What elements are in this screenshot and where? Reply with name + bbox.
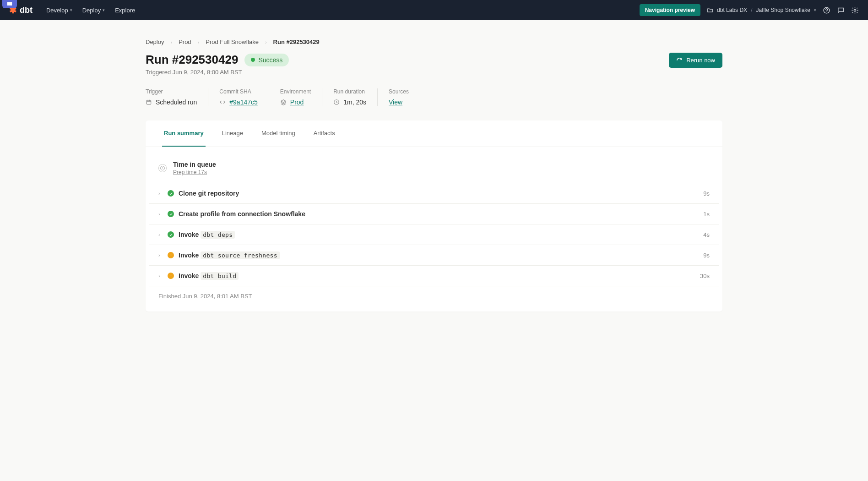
header-row: Run #292530429 Success Triggered Jun 9, …	[146, 53, 722, 76]
meta-duration-label: Run duration	[333, 88, 366, 95]
step-row[interactable]: ›Clone git repository9s	[149, 183, 719, 203]
clock-icon	[333, 99, 340, 105]
help-icon[interactable]	[823, 6, 830, 14]
success-icon	[168, 211, 174, 217]
layers-icon	[280, 99, 287, 105]
step-duration: 9s	[703, 190, 710, 197]
step-duration: 1s	[703, 211, 710, 218]
chevron-right-icon[interactable]: ›	[158, 211, 163, 217]
account-name: dbt Labs DX	[717, 7, 747, 13]
chevron-right-icon[interactable]: ›	[158, 232, 163, 237]
step-row[interactable]: ›Invoke dbt build30s	[149, 265, 719, 286]
breadcrumb-run: Run #292530429	[273, 38, 320, 45]
calendar-icon	[146, 99, 152, 105]
step-label: Invoke dbt deps	[179, 231, 235, 238]
meta-trigger-value: Scheduled run	[156, 98, 197, 106]
nav-explore-label: Explore	[115, 7, 135, 14]
project-name: Jaffle Shop Snowflake	[756, 7, 810, 13]
step-prefix: Invoke	[179, 251, 201, 259]
warning-icon	[168, 273, 174, 279]
run-metadata: Trigger Scheduled run Commit SHA #9a147c…	[146, 88, 722, 106]
meta-trigger: Trigger Scheduled run	[146, 88, 208, 106]
svg-rect-2	[146, 100, 151, 104]
breadcrumb-deploy[interactable]: Deploy	[146, 38, 164, 45]
chevron-down-icon: ▾	[814, 8, 816, 12]
status-label: Success	[258, 56, 282, 64]
queue-row: Time in queue Prep time 17s	[149, 156, 719, 183]
breadcrumb-env[interactable]: Prod	[179, 38, 191, 45]
page-title: Run #292530429	[146, 53, 238, 67]
step-command: dbt build	[201, 272, 239, 280]
svg-point-1	[854, 9, 856, 11]
meta-commit-label: Commit SHA	[219, 88, 258, 95]
chevron-right-icon: ›	[265, 39, 267, 45]
chevron-right-icon: ›	[170, 39, 172, 45]
finished-time: Finished Jun 9, 2024, 8:01 AM BST	[149, 286, 719, 306]
chat-icon[interactable]	[837, 6, 845, 14]
chevron-down-icon: ▾	[103, 8, 105, 12]
brand-text: dbt	[20, 5, 33, 15]
run-summary-card: Run summary Lineage Model timing Artifac…	[146, 120, 722, 312]
chevron-right-icon[interactable]: ›	[158, 273, 163, 279]
navigation-preview-button[interactable]: Navigation preview	[640, 4, 700, 16]
tab-lineage[interactable]: Lineage	[220, 120, 245, 147]
meta-trigger-label: Trigger	[146, 88, 197, 95]
page-content: Deploy › Prod › Prod Full Snowflake › Ru…	[146, 20, 722, 330]
breadcrumb-job[interactable]: Prod Full Snowflake	[206, 38, 259, 45]
meta-commit-value[interactable]: #9a147c5	[229, 98, 258, 106]
step-label: Create profile from connection Snowflake	[179, 210, 305, 218]
queue-subtitle[interactable]: Prep time 17s	[173, 169, 216, 175]
settings-icon[interactable]	[851, 6, 859, 14]
nav-deploy-label: Deploy	[82, 7, 101, 14]
success-icon	[168, 190, 174, 197]
browser-tab-indicator	[2, 0, 17, 8]
meta-env-label: Environment	[280, 88, 311, 95]
chevron-right-icon[interactable]: ›	[158, 252, 163, 258]
step-row[interactable]: ›Invoke dbt source freshness9s	[149, 245, 719, 265]
rerun-label: Rerun now	[686, 57, 715, 64]
rerun-button[interactable]: Rerun now	[669, 53, 722, 68]
tab-run-summary[interactable]: Run summary	[162, 120, 206, 147]
meta-duration-value: 1m, 20s	[343, 98, 366, 106]
step-text: Clone git repository	[179, 190, 239, 197]
nav-explore[interactable]: Explore	[115, 7, 135, 14]
chevron-right-icon: ›	[198, 39, 200, 45]
meta-env-value[interactable]: Prod	[290, 98, 304, 106]
folder-icon	[707, 7, 713, 13]
nav-develop[interactable]: Develop ▾	[46, 7, 72, 14]
meta-sources-value[interactable]: View	[389, 98, 402, 106]
separator: /	[751, 7, 752, 13]
meta-duration: Run duration 1m, 20s	[322, 88, 378, 106]
warning-icon	[168, 252, 174, 258]
step-text: Create profile from connection Snowflake	[179, 210, 305, 218]
nav-develop-label: Develop	[46, 7, 68, 14]
step-row[interactable]: ›Create profile from connection Snowflak…	[149, 203, 719, 224]
step-label: Clone git repository	[179, 190, 239, 197]
step-label: Invoke dbt build	[179, 272, 239, 279]
step-command: dbt source freshness	[201, 251, 280, 259]
account-project-selector[interactable]: dbt Labs DX / Jaffle Shop Snowflake ▾	[707, 7, 816, 13]
nav-items: Develop ▾ Deploy ▾ Explore	[46, 7, 135, 14]
topbar-right: Navigation preview dbt Labs DX / Jaffle …	[640, 4, 859, 16]
code-icon	[219, 99, 226, 105]
tabs: Run summary Lineage Model timing Artifac…	[146, 120, 722, 147]
step-command: dbt deps	[201, 231, 235, 239]
nav-deploy[interactable]: Deploy ▾	[82, 7, 105, 14]
meta-sources: Sources View	[378, 88, 420, 106]
step-prefix: Invoke	[179, 231, 201, 238]
triggered-time: Triggered Jun 9, 2024, 8:00 AM BST	[146, 69, 289, 76]
refresh-icon	[676, 57, 683, 64]
queue-title: Time in queue	[173, 161, 216, 168]
step-label: Invoke dbt source freshness	[179, 251, 280, 259]
tab-model-timing[interactable]: Model timing	[260, 120, 297, 147]
tab-artifacts[interactable]: Artifacts	[312, 120, 337, 147]
success-dot-icon	[251, 58, 255, 62]
step-prefix: Invoke	[179, 272, 201, 279]
clock-icon	[158, 164, 167, 172]
step-duration: 30s	[700, 273, 710, 279]
chevron-down-icon: ▾	[70, 8, 72, 12]
step-duration: 9s	[703, 252, 710, 259]
step-row[interactable]: ›Invoke dbt deps4s	[149, 224, 719, 245]
chevron-right-icon[interactable]: ›	[158, 191, 163, 196]
meta-environment: Environment Prod	[269, 88, 322, 106]
